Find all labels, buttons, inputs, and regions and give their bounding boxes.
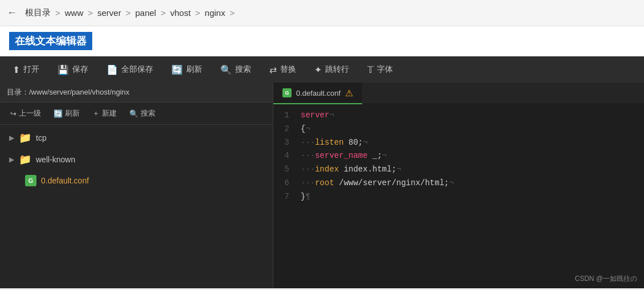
code-line-2: {¬ xyxy=(296,122,644,136)
sidebar-refresh-label: 刷新 xyxy=(65,108,80,119)
code-content[interactable]: server¬ {¬ ···listen 80;¬ ···server_name… xyxy=(296,104,644,288)
tab-filename: 0.default.conf xyxy=(296,89,341,97)
sidebar-refresh-icon: 🔄 xyxy=(54,109,63,118)
goto-icon: ✦ xyxy=(314,64,322,75)
font-button[interactable]: 𝕋 字体 xyxy=(359,61,401,79)
save-all-icon: 📄 xyxy=(106,64,118,75)
code-line-1: server¬ xyxy=(296,109,644,122)
sidebar-refresh-button[interactable]: 🔄 刷新 xyxy=(48,106,85,121)
refresh-label: 刷新 xyxy=(186,64,202,75)
chevron-icon: ▶ xyxy=(9,156,14,164)
replace-button[interactable]: ⇄ 替换 xyxy=(261,61,304,79)
file-tree: ▶ 📁 tcp ▶ 📁 well-known G 0.default.conf xyxy=(0,125,273,288)
breadcrumb-server[interactable]: server xyxy=(97,8,121,18)
sidebar-search-button[interactable]: 🔍 搜索 xyxy=(124,106,161,121)
up-label: 上一级 xyxy=(19,108,41,119)
open-label: 打开 xyxy=(23,64,39,75)
save-button[interactable]: 💾 保存 xyxy=(50,61,96,79)
editor-tabs: G 0.default.conf ⚠ xyxy=(273,83,644,104)
sidebar-search-label: 搜索 xyxy=(141,108,155,119)
title-bar: 在线文本编辑器 xyxy=(0,26,644,56)
tree-item-0-default-conf[interactable]: G 0.default.conf xyxy=(0,170,273,191)
breadcrumb-nginx[interactable]: nginx xyxy=(205,8,225,18)
save-all-label: 全部保存 xyxy=(121,64,153,75)
tree-item-tcp[interactable]: ▶ 📁 tcp xyxy=(0,127,273,149)
editor-tab-0-default-conf[interactable]: G 0.default.conf ⚠ xyxy=(273,83,362,104)
search-label: 搜索 xyxy=(235,64,251,75)
breadcrumb-bar: ← 根目录 > www > server > panel > vhost > n… xyxy=(0,0,644,26)
font-icon: 𝕋 xyxy=(367,64,374,75)
search-button[interactable]: 🔍 搜索 xyxy=(212,61,259,79)
sidebar-search-icon: 🔍 xyxy=(129,109,138,118)
toolbar: ⬆ 打开 💾 保存 📄 全部保存 🔄 刷新 🔍 搜索 ⇄ 替换 ✦ 跳转行 𝕋 … xyxy=(0,56,644,83)
goto-button[interactable]: ✦ 跳转行 xyxy=(306,61,357,79)
code-line-6: ···root /www/server/nginx/html;¬ xyxy=(296,177,644,190)
save-all-button[interactable]: 📄 全部保存 xyxy=(99,61,161,79)
refresh-button[interactable]: 🔄 刷新 xyxy=(163,61,210,79)
code-editor[interactable]: 1 2 3 4 5 6 7 server¬ {¬ ···listen 80;¬ … xyxy=(273,104,644,288)
file-icon-g: G xyxy=(25,175,36,186)
up-button[interactable]: ↪ 上一级 xyxy=(5,106,47,121)
goto-label: 跳转行 xyxy=(325,64,349,75)
font-label: 字体 xyxy=(377,64,393,75)
refresh-icon: 🔄 xyxy=(171,64,183,75)
save-icon: 💾 xyxy=(58,64,69,75)
code-line-4: ···server_name _;¬ xyxy=(296,149,644,163)
new-icon: ＋ xyxy=(92,108,100,119)
breadcrumb-panel[interactable]: panel xyxy=(135,8,156,18)
chevron-icon: ▶ xyxy=(9,134,14,142)
attribution: CSDN @一如既往の xyxy=(575,274,637,284)
search-icon: 🔍 xyxy=(220,64,232,75)
replace-label: 替换 xyxy=(280,64,296,75)
replace-icon: ⇄ xyxy=(269,64,277,75)
editor-area: G 0.default.conf ⚠ 1 2 3 4 5 6 7 server¬ xyxy=(273,83,644,288)
code-line-7: }¶ xyxy=(296,190,644,204)
folder-icon: 📁 xyxy=(19,153,31,166)
up-icon: ↪ xyxy=(10,109,17,118)
tree-item-label: tcp xyxy=(36,133,47,142)
tree-item-well-known[interactable]: ▶ 📁 well-known xyxy=(0,149,273,170)
back-button[interactable]: ← xyxy=(7,7,17,19)
sidebar: 目录：/www/server/panel/vhost/nginx ↪ 上一级 🔄… xyxy=(0,83,273,288)
new-button[interactable]: ＋ 新建 xyxy=(87,106,122,121)
save-label: 保存 xyxy=(72,64,88,75)
code-line-5: ···index index.html;¬ xyxy=(296,163,644,177)
new-label: 新建 xyxy=(102,108,117,119)
folder-icon: 📁 xyxy=(19,132,31,144)
line-numbers: 1 2 3 4 5 6 7 xyxy=(273,104,296,288)
main-area: 目录：/www/server/panel/vhost/nginx ↪ 上一级 🔄… xyxy=(0,83,644,288)
page-title: 在线文本编辑器 xyxy=(9,32,92,50)
open-icon: ⬆ xyxy=(13,64,20,75)
sidebar-path: 目录：/www/server/panel/vhost/nginx xyxy=(0,83,273,103)
sidebar-actions: ↪ 上一级 🔄 刷新 ＋ 新建 🔍 搜索 xyxy=(0,103,273,125)
breadcrumb-www[interactable]: www xyxy=(65,8,84,18)
tab-file-icon: G xyxy=(282,88,292,97)
warning-icon: ⚠ xyxy=(345,88,353,99)
code-line-3: ···listen 80;¬ xyxy=(296,136,644,150)
open-button[interactable]: ⬆ 打开 xyxy=(5,61,47,79)
breadcrumb-root[interactable]: 根目录 xyxy=(25,7,51,18)
tree-item-label: well-known xyxy=(36,155,75,164)
tree-item-label: 0.default.conf xyxy=(41,176,89,185)
breadcrumb-vhost[interactable]: vhost xyxy=(170,8,191,18)
